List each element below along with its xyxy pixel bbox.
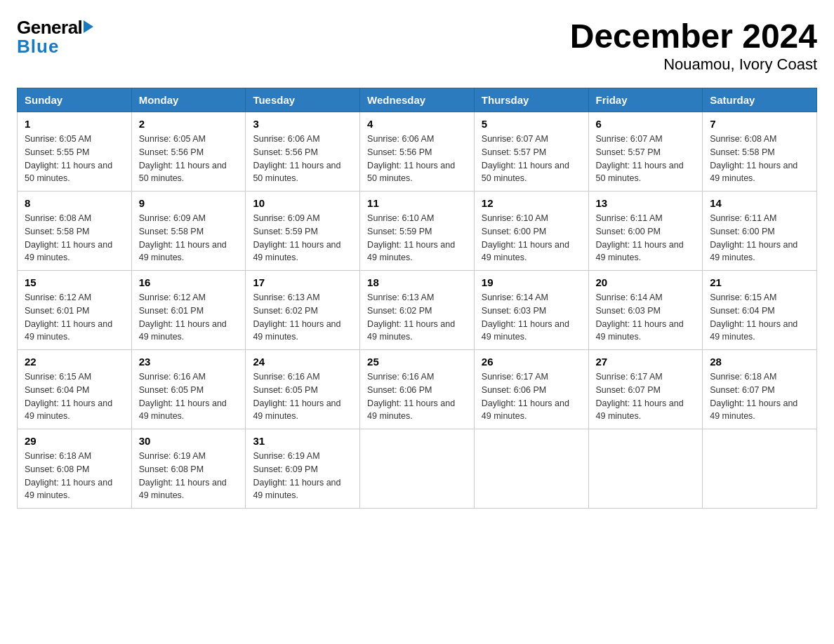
calendar-cell: 6Sunrise: 6:07 AMSunset: 5:57 PMDaylight…	[588, 112, 703, 192]
calendar-header: Sunday Monday Tuesday Wednesday Thursday…	[18, 88, 817, 112]
day-info: Sunrise: 6:17 AMSunset: 6:06 PMDaylight:…	[482, 370, 581, 423]
day-number: 7	[710, 118, 809, 130]
calendar-table: Sunday Monday Tuesday Wednesday Thursday…	[17, 88, 817, 509]
calendar-cell: 30Sunrise: 6:19 AMSunset: 6:08 PMDayligh…	[131, 429, 246, 509]
calendar-cell: 9Sunrise: 6:09 AMSunset: 5:58 PMDaylight…	[131, 192, 246, 271]
day-number: 19	[482, 276, 581, 288]
calendar-cell: 28Sunrise: 6:18 AMSunset: 6:07 PMDayligh…	[703, 350, 817, 429]
col-saturday: Saturday	[703, 88, 817, 112]
day-number: 5	[482, 118, 581, 130]
col-thursday: Thursday	[474, 88, 588, 112]
day-info: Sunrise: 6:18 AMSunset: 6:07 PMDaylight:…	[710, 370, 809, 423]
day-number: 26	[482, 356, 581, 368]
day-info: Sunrise: 6:15 AMSunset: 6:04 PMDaylight:…	[25, 370, 124, 423]
day-info: Sunrise: 6:05 AMSunset: 5:56 PMDaylight:…	[139, 133, 239, 185]
calendar-cell: 12Sunrise: 6:10 AMSunset: 6:00 PMDayligh…	[474, 192, 588, 271]
day-number: 12	[482, 197, 581, 209]
day-info: Sunrise: 6:09 AMSunset: 5:58 PMDaylight:…	[139, 212, 239, 264]
calendar-week-row: 29Sunrise: 6:18 AMSunset: 6:08 PMDayligh…	[18, 429, 817, 509]
day-info: Sunrise: 6:19 AMSunset: 6:08 PMDaylight:…	[139, 450, 239, 502]
day-number: 21	[710, 276, 809, 288]
day-number: 29	[25, 435, 124, 447]
page-header: General Blue December 2024 Nouamou, Ivor…	[17, 17, 817, 74]
day-info: Sunrise: 6:12 AMSunset: 6:01 PMDaylight:…	[25, 291, 124, 344]
calendar-cell	[703, 429, 817, 509]
day-info: Sunrise: 6:16 AMSunset: 6:05 PMDaylight:…	[139, 370, 239, 423]
calendar-cell: 23Sunrise: 6:16 AMSunset: 6:05 PMDayligh…	[131, 350, 246, 429]
calendar-cell: 13Sunrise: 6:11 AMSunset: 6:00 PMDayligh…	[588, 192, 703, 271]
day-number: 4	[367, 118, 467, 130]
calendar-week-row: 22Sunrise: 6:15 AMSunset: 6:04 PMDayligh…	[18, 350, 817, 429]
logo-blue-text: Blue	[17, 36, 59, 58]
day-info: Sunrise: 6:18 AMSunset: 6:08 PMDaylight:…	[25, 450, 124, 502]
day-number: 13	[596, 197, 696, 209]
calendar-cell: 8Sunrise: 6:08 AMSunset: 5:58 PMDaylight…	[18, 192, 132, 271]
calendar-cell: 11Sunrise: 6:10 AMSunset: 5:59 PMDayligh…	[360, 192, 475, 271]
calendar-cell: 18Sunrise: 6:13 AMSunset: 6:02 PMDayligh…	[360, 271, 475, 350]
day-info: Sunrise: 6:07 AMSunset: 5:57 PMDaylight:…	[596, 133, 696, 185]
day-number: 28	[710, 356, 809, 368]
day-number: 10	[253, 197, 352, 209]
col-sunday: Sunday	[18, 88, 132, 112]
col-monday: Monday	[131, 88, 246, 112]
calendar-cell: 15Sunrise: 6:12 AMSunset: 6:01 PMDayligh…	[18, 271, 132, 350]
day-info: Sunrise: 6:10 AMSunset: 6:00 PMDaylight:…	[482, 212, 581, 264]
page-title: December 2024	[570, 17, 817, 55]
day-number: 25	[367, 356, 467, 368]
day-info: Sunrise: 6:06 AMSunset: 5:56 PMDaylight:…	[253, 133, 352, 185]
day-info: Sunrise: 6:16 AMSunset: 6:05 PMDaylight:…	[253, 370, 352, 423]
page-subtitle: Nouamou, Ivory Coast	[570, 55, 817, 74]
calendar-cell: 19Sunrise: 6:14 AMSunset: 6:03 PMDayligh…	[474, 271, 588, 350]
calendar-cell: 5Sunrise: 6:07 AMSunset: 5:57 PMDaylight…	[474, 112, 588, 192]
day-number: 30	[139, 435, 239, 447]
logo-arrow-icon	[84, 20, 93, 33]
day-number: 2	[139, 118, 239, 130]
day-info: Sunrise: 6:05 AMSunset: 5:55 PMDaylight:…	[25, 133, 124, 185]
day-number: 20	[596, 276, 696, 288]
calendar-cell: 7Sunrise: 6:08 AMSunset: 5:58 PMDaylight…	[703, 112, 817, 192]
day-info: Sunrise: 6:08 AMSunset: 5:58 PMDaylight:…	[25, 212, 124, 264]
day-info: Sunrise: 6:14 AMSunset: 6:03 PMDaylight:…	[596, 291, 696, 344]
title-block: December 2024 Nouamou, Ivory Coast	[570, 17, 817, 74]
calendar-cell: 21Sunrise: 6:15 AMSunset: 6:04 PMDayligh…	[703, 271, 817, 350]
day-info: Sunrise: 6:13 AMSunset: 6:02 PMDaylight:…	[253, 291, 352, 344]
calendar-week-row: 1Sunrise: 6:05 AMSunset: 5:55 PMDaylight…	[18, 112, 817, 192]
calendar-cell: 14Sunrise: 6:11 AMSunset: 6:00 PMDayligh…	[703, 192, 817, 271]
calendar-cell	[360, 429, 475, 509]
day-info: Sunrise: 6:06 AMSunset: 5:56 PMDaylight:…	[367, 133, 467, 185]
day-info: Sunrise: 6:19 AMSunset: 6:09 PMDaylight:…	[253, 450, 352, 502]
calendar-cell: 16Sunrise: 6:12 AMSunset: 6:01 PMDayligh…	[131, 271, 246, 350]
col-tuesday: Tuesday	[246, 88, 360, 112]
day-number: 18	[367, 276, 467, 288]
day-number: 1	[25, 118, 124, 130]
day-info: Sunrise: 6:10 AMSunset: 5:59 PMDaylight:…	[367, 212, 467, 264]
day-info: Sunrise: 6:12 AMSunset: 6:01 PMDaylight:…	[139, 291, 239, 344]
day-number: 23	[139, 356, 239, 368]
day-number: 3	[253, 118, 352, 130]
header-row: Sunday Monday Tuesday Wednesday Thursday…	[18, 88, 817, 112]
calendar-cell: 27Sunrise: 6:17 AMSunset: 6:07 PMDayligh…	[588, 350, 703, 429]
day-info: Sunrise: 6:13 AMSunset: 6:02 PMDaylight:…	[367, 291, 467, 344]
calendar-cell	[588, 429, 703, 509]
day-number: 27	[596, 356, 696, 368]
calendar-cell: 3Sunrise: 6:06 AMSunset: 5:56 PMDaylight…	[246, 112, 360, 192]
calendar-cell: 2Sunrise: 6:05 AMSunset: 5:56 PMDaylight…	[131, 112, 246, 192]
calendar-cell: 25Sunrise: 6:16 AMSunset: 6:06 PMDayligh…	[360, 350, 475, 429]
calendar-cell: 22Sunrise: 6:15 AMSunset: 6:04 PMDayligh…	[18, 350, 132, 429]
day-info: Sunrise: 6:08 AMSunset: 5:58 PMDaylight:…	[710, 133, 809, 185]
day-info: Sunrise: 6:16 AMSunset: 6:06 PMDaylight:…	[367, 370, 467, 423]
day-number: 15	[25, 276, 124, 288]
day-number: 16	[139, 276, 239, 288]
calendar-cell: 26Sunrise: 6:17 AMSunset: 6:06 PMDayligh…	[474, 350, 588, 429]
col-friday: Friday	[588, 88, 703, 112]
calendar-cell: 31Sunrise: 6:19 AMSunset: 6:09 PMDayligh…	[246, 429, 360, 509]
day-number: 6	[596, 118, 696, 130]
calendar-cell: 4Sunrise: 6:06 AMSunset: 5:56 PMDaylight…	[360, 112, 475, 192]
day-number: 24	[253, 356, 352, 368]
calendar-cell: 29Sunrise: 6:18 AMSunset: 6:08 PMDayligh…	[18, 429, 132, 509]
day-number: 31	[253, 435, 352, 447]
calendar-body: 1Sunrise: 6:05 AMSunset: 5:55 PMDaylight…	[18, 112, 817, 509]
calendar-cell: 20Sunrise: 6:14 AMSunset: 6:03 PMDayligh…	[588, 271, 703, 350]
day-number: 9	[139, 197, 239, 209]
calendar-cell: 1Sunrise: 6:05 AMSunset: 5:55 PMDaylight…	[18, 112, 132, 192]
